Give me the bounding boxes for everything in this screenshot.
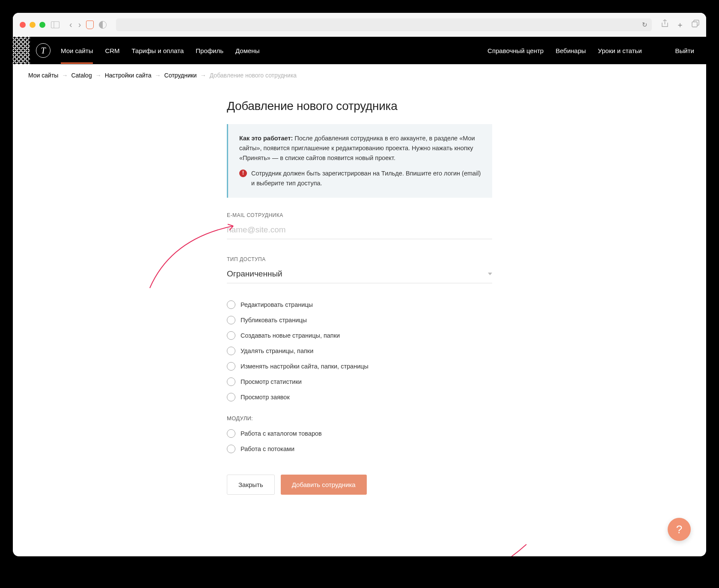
forward-icon[interactable]: › [78,20,81,30]
nav-profile[interactable]: Профиль [196,38,223,64]
annotation-arrow-icon [411,540,531,556]
access-type-label: ТИП ДОСТУПА [227,256,492,262]
share-icon[interactable] [661,19,668,30]
permission-label: Удалять страницы, папки [241,347,313,354]
app-header: T Мои сайты CRM Тарифы и оплата Профиль … [13,37,706,64]
shield-icon[interactable] [86,21,94,29]
module-label: Работа с каталогом товаров [241,430,322,437]
access-type-select[interactable]: Ограниченный [227,267,492,283]
module-streams[interactable]: Работа с потоками [227,445,492,453]
privacy-icon[interactable] [99,21,107,29]
permission-publish-pages[interactable]: Публиковать страницы [227,316,492,324]
breadcrumb-current: Добавление нового сотрудника [210,72,297,79]
reload-icon[interactable]: ↻ [642,21,648,29]
breadcrumb-sep: → [155,72,161,79]
tabs-icon[interactable] [692,20,699,30]
traffic-lights [20,22,45,28]
pattern-decoration [13,37,30,64]
module-label: Работа с потоками [241,445,294,452]
warning-text: Сотрудник должен быть зарегистрирован на… [251,169,481,188]
nav-arrows: ‹ › [69,20,81,30]
add-collaborator-button[interactable]: Добавить сотрудника [281,475,367,495]
access-type-value: Ограниченный [227,269,282,279]
radio-icon [227,316,235,324]
breadcrumb-catalog[interactable]: Catalog [71,72,92,79]
url-bar[interactable]: ↻ [116,18,652,31]
browser-chrome: ‹ › ↻ ＋ [13,13,706,37]
permission-change-settings[interactable]: Изменять настройки сайта, папки, страниц… [227,362,492,371]
info-warning: ! Сотрудник должен быть зарегистрирован … [239,169,481,188]
nav-help-center[interactable]: Справочный центр [487,47,544,54]
permission-view-stats[interactable]: Просмотр статистики [227,377,492,386]
radio-icon [227,300,235,309]
permission-label: Изменять настройки сайта, папки, страниц… [241,363,368,370]
help-fab[interactable]: ? [668,518,691,541]
permission-label: Просмотр заявок [241,394,290,401]
nav-my-sites[interactable]: Мои сайты [61,38,93,64]
nav-logout[interactable]: Выйти [675,47,694,54]
permission-view-requests[interactable]: Просмотр заявок [227,393,492,401]
permission-label: Публиковать страницы [241,317,307,324]
permission-delete-pages[interactable]: Удалять страницы, папки [227,347,492,355]
email-input[interactable] [227,223,492,239]
radio-icon [227,445,235,453]
module-catalog[interactable]: Работа с каталогом товаров [227,429,492,438]
right-nav: Справочный центр Вебинары Уроки и статьи… [487,47,694,54]
nav-webinars[interactable]: Вебинары [556,47,586,54]
radio-icon [227,331,235,340]
breadcrumb-sep: → [62,72,68,79]
sidebar-toggle-icon[interactable] [51,21,60,29]
modules-list: Работа с каталогом товаров Работа с пото… [227,429,492,453]
breadcrumb-collaborators[interactable]: Сотрудники [164,72,197,79]
info-text: Как это работает: После добавления сотру… [239,134,481,163]
nav-articles[interactable]: Уроки и статьи [598,47,642,54]
browser-window: ‹ › ↻ ＋ T Мои сайты CRM Тарифы и оплата … [13,13,706,556]
permission-edit-pages[interactable]: Редактировать страницы [227,300,492,309]
breadcrumb-sep: → [95,72,101,79]
permission-label: Просмотр статистики [241,378,302,385]
radio-icon [227,377,235,386]
close-button[interactable]: Закрыть [227,475,275,495]
window-maximize-icon[interactable] [39,22,45,28]
nav-crm[interactable]: CRM [105,38,119,64]
permissions-list: Редактировать страницы Публиковать стран… [227,300,492,401]
info-box: Как это работает: После добавления сотру… [227,124,492,198]
breadcrumb-sep: → [200,72,206,79]
radio-icon [227,393,235,401]
breadcrumb-site-settings[interactable]: Настройки сайта [105,72,152,79]
alert-icon: ! [239,169,247,177]
permission-create-pages[interactable]: Создавать новые страницы, папки [227,331,492,340]
chrome-right-controls: ＋ [661,19,699,30]
radio-icon [227,362,235,371]
nav-tariffs[interactable]: Тарифы и оплата [132,38,184,64]
nav-domains[interactable]: Домены [235,38,259,64]
radio-icon [227,347,235,355]
breadcrumb-my-sites[interactable]: Мои сайты [28,72,58,79]
svg-rect-0 [51,21,59,28]
email-label: E-MAIL СОТРУДНИКА [227,212,492,218]
annotation-arrow-icon [146,222,240,290]
button-row: Закрыть Добавить сотрудника [227,475,492,495]
breadcrumb: Мои сайты → Catalog → Настройки сайта → … [13,64,706,86]
radio-icon [227,429,235,438]
content-area: Добавление нового сотрудника Как это раб… [13,86,706,556]
page-title: Добавление нового сотрудника [227,99,492,113]
main-nav: Мои сайты CRM Тарифы и оплата Профиль До… [61,38,259,64]
window-minimize-icon[interactable] [30,22,36,28]
back-icon[interactable]: ‹ [69,20,72,30]
permission-label: Редактировать страницы [241,301,313,308]
modules-label: МОДУЛИ: [227,415,492,422]
permission-label: Создавать новые страницы, папки [241,332,340,339]
info-strong: Как это работает: [239,135,293,142]
chevron-down-icon [488,273,492,275]
logo-icon[interactable]: T [36,43,51,58]
svg-rect-2 [692,22,697,27]
form-container: Добавление нового сотрудника Как это раб… [227,99,492,495]
window-close-icon[interactable] [20,22,26,28]
new-tab-icon[interactable]: ＋ [676,20,684,30]
